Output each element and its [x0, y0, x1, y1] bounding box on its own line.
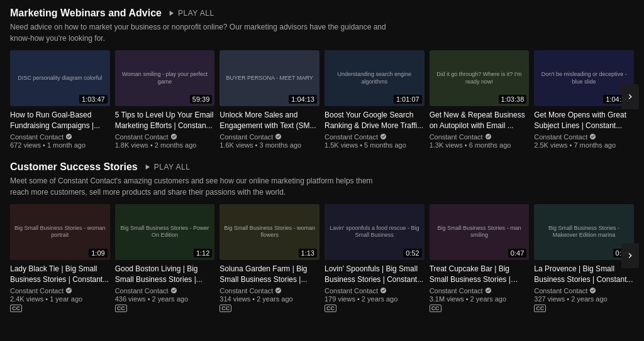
video-card[interactable]: Did it go through? Where is it? I'm read…	[430, 50, 530, 149]
video-row-wrapper: DISC personality diagram colorful1:03:47…	[10, 50, 634, 149]
verified-icon	[170, 133, 177, 140]
channel-name[interactable]: Constant Contact	[10, 287, 64, 295]
video-meta: 2.5K views • 7 months ago	[534, 141, 634, 149]
video-meta: 314 views • 2 years ago	[219, 295, 319, 303]
video-card[interactable]: Woman smiling - play your perfect game59…	[115, 50, 215, 149]
channel-row: Constant Contact	[115, 287, 215, 295]
channel-name[interactable]: Constant Contact	[115, 287, 169, 295]
duration-badge: 0:52	[403, 249, 421, 257]
cc-badge: CC	[325, 305, 336, 312]
video-card[interactable]: Big Small Business Stories - man smiling…	[430, 204, 530, 312]
thumbnail-wrapper: Big Small Business Stories - woman portr…	[10, 204, 110, 260]
channel-name[interactable]: Constant Contact	[219, 133, 273, 141]
video-title[interactable]: Good Boston Living | Big Small Business …	[115, 264, 215, 285]
channel-name[interactable]: Constant Contact	[430, 133, 483, 141]
duration-badge: 1:09	[89, 249, 107, 257]
video-card[interactable]: DISC personality diagram colorful1:03:47…	[10, 50, 110, 149]
duration-badge: 1:01:07	[394, 95, 422, 104]
next-button[interactable]	[621, 243, 639, 268]
thumbnail-wrapper: Woman smiling - play your perfect game59…	[115, 50, 215, 106]
video-card[interactable]: BUYER PERSONA - MEET MARY1:04:13Unlock M…	[219, 50, 319, 149]
thumbnail-wrapper: Big Small Business Stories - Power On Ed…	[115, 204, 215, 260]
section-title[interactable]: Marketing Webinars and Advice	[10, 8, 162, 19]
verified-icon	[275, 133, 282, 140]
page-container: Marketing Webinars and Advice PLAY ALLNe…	[0, 0, 644, 332]
video-card[interactable]: Don't be misleading or deceptive - blue …	[534, 50, 634, 149]
channel-name[interactable]: Constant Contact	[430, 287, 483, 295]
thumbnail-wrapper: Don't be misleading or deceptive - blue …	[534, 50, 634, 106]
channel-row: Constant Contact	[430, 133, 530, 141]
verified-icon	[380, 287, 387, 294]
video-title[interactable]: Treat Cupcake Bar | Big Small Business S…	[430, 264, 530, 285]
video-meta: 672 views • 1 month ago	[10, 141, 110, 149]
channel-name[interactable]: Constant Contact	[534, 287, 587, 295]
video-title[interactable]: Unlock More Sales and Engagement with Te…	[219, 110, 319, 131]
channel-name[interactable]: Constant Contact	[325, 287, 378, 295]
verified-icon	[65, 287, 72, 294]
video-meta: 179 views • 2 years ago	[325, 295, 425, 303]
play-all-button[interactable]: PLAY ALL	[143, 163, 191, 171]
thumbnail-wrapper: Lavin' spoonfuls a food rescue - Big Sma…	[325, 204, 425, 260]
play-all-button[interactable]: PLAY ALL	[167, 9, 214, 18]
video-card[interactable]: Big Small Business Stories - Makeover Ed…	[534, 204, 634, 312]
video-meta: 436 views • 2 years ago	[115, 295, 215, 303]
video-meta: 327 views • 2 years ago	[534, 295, 634, 303]
cc-badge: CC	[430, 305, 441, 312]
thumbnail-wrapper: Big Small Business Stories - Makeover Ed…	[534, 204, 634, 260]
video-meta: 1.3K views • 6 months ago	[430, 141, 530, 149]
video-title[interactable]: 5 Tips to Level Up Your Email Marketing …	[115, 110, 215, 131]
channel-name[interactable]: Constant Contact	[219, 287, 273, 295]
channel-row: Constant Contact	[534, 133, 634, 141]
channel-row: Constant Contact	[325, 133, 425, 141]
channel-row: Constant Contact	[10, 287, 110, 295]
section-header: Marketing Webinars and Advice PLAY ALL	[10, 8, 634, 19]
duration-badge: 1:03:38	[499, 95, 527, 104]
duration-badge: 0:47	[508, 249, 526, 257]
channel-name[interactable]: Constant Contact	[10, 133, 64, 141]
channel-name[interactable]: Constant Contact	[115, 133, 169, 141]
video-title[interactable]: Boost Your Google Search Ranking & Drive…	[325, 110, 425, 131]
verified-icon	[65, 133, 72, 140]
video-row: Big Small Business Stories - woman portr…	[10, 204, 634, 312]
thumbnail-wrapper: DISC personality diagram colorful1:03:47	[10, 50, 110, 106]
cc-badge: CC	[219, 305, 231, 312]
duration-badge: 1:13	[299, 249, 317, 257]
video-card[interactable]: Lavin' spoonfuls a food rescue - Big Sma…	[325, 204, 425, 312]
thumbnail-wrapper: Understanding search engine algorithms1:…	[325, 50, 425, 106]
video-card[interactable]: Big Small Business Stories - Power On Ed…	[115, 204, 215, 312]
video-meta: 1.6K views • 3 months ago	[219, 141, 319, 149]
section-description: Meet some of Constant Contact's amazing …	[10, 175, 387, 198]
section-webinars: Marketing Webinars and Advice PLAY ALLNe…	[10, 8, 634, 149]
video-title[interactable]: How to Run Goal-Based Fundraising Campai…	[10, 110, 110, 131]
video-row: DISC personality diagram colorful1:03:47…	[10, 50, 634, 149]
thumbnail-wrapper: Big Small Business Stories - woman flowe…	[219, 204, 319, 260]
verified-icon	[589, 287, 596, 294]
video-title[interactable]: Get More Opens with Great Subject Lines …	[534, 110, 634, 131]
channel-row: Constant Contact	[325, 287, 425, 295]
verified-icon	[589, 133, 596, 140]
video-title[interactable]: Lady Black Tie | Big Small Business Stor…	[10, 264, 110, 285]
channel-row: Constant Contact	[534, 287, 634, 295]
thumbnail-wrapper: BUYER PERSONA - MEET MARY1:04:13	[219, 50, 319, 106]
channel-row: Constant Contact	[115, 133, 215, 141]
video-title[interactable]: La Provence | Big Small Business Stories…	[534, 264, 634, 285]
verified-icon	[485, 133, 492, 140]
channel-name[interactable]: Constant Contact	[325, 133, 378, 141]
video-row-wrapper: Big Small Business Stories - woman portr…	[10, 204, 634, 312]
duration-badge: 1:04:13	[289, 95, 317, 104]
cc-badge: CC	[10, 305, 22, 312]
video-card[interactable]: Big Small Business Stories - woman flowe…	[219, 204, 319, 312]
verified-icon	[380, 133, 387, 140]
video-title[interactable]: Soluna Garden Farm | Big Small Business …	[219, 264, 319, 285]
next-button[interactable]	[621, 84, 639, 109]
channel-row: Constant Contact	[10, 133, 110, 141]
video-title[interactable]: Lovin' Spoonfuls | Big Small Business St…	[325, 264, 425, 285]
video-card[interactable]: Understanding search engine algorithms1:…	[325, 50, 425, 149]
video-meta: 2.4K views • 1 year ago	[10, 295, 110, 303]
video-title[interactable]: Get New & Repeat Business on Autopilot w…	[430, 110, 530, 131]
thumbnail-wrapper: Big Small Business Stories - man smiling…	[430, 204, 530, 260]
thumbnail-wrapper: Did it go through? Where is it? I'm read…	[430, 50, 530, 106]
section-title[interactable]: Customer Success Stories	[10, 161, 138, 173]
channel-name[interactable]: Constant Contact	[534, 133, 587, 141]
video-card[interactable]: Big Small Business Stories - woman portr…	[10, 204, 110, 312]
